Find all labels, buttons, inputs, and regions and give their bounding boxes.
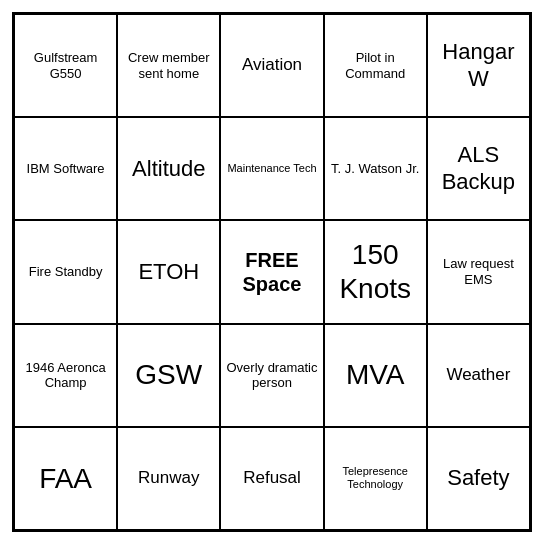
- bingo-cell-3: Pilot in Command: [324, 14, 427, 117]
- bingo-cell-0: Gulfstream G550: [14, 14, 117, 117]
- bingo-cell-18: MVA: [324, 324, 427, 427]
- bingo-cell-12: FREE Space: [220, 220, 323, 323]
- bingo-cell-24: Safety: [427, 427, 530, 530]
- bingo-cell-6: Altitude: [117, 117, 220, 220]
- bingo-cell-13: 150 Knots: [324, 220, 427, 323]
- bingo-cell-11: ETOH: [117, 220, 220, 323]
- bingo-cell-20: FAA: [14, 427, 117, 530]
- bingo-cell-4: Hangar W: [427, 14, 530, 117]
- bingo-cell-1: Crew member sent home: [117, 14, 220, 117]
- bingo-cell-16: GSW: [117, 324, 220, 427]
- bingo-cell-22: Refusal: [220, 427, 323, 530]
- bingo-cell-9: ALS Backup: [427, 117, 530, 220]
- bingo-cell-21: Runway: [117, 427, 220, 530]
- bingo-cell-8: T. J. Watson Jr.: [324, 117, 427, 220]
- bingo-card: Gulfstream G550Crew member sent homeAvia…: [12, 12, 532, 532]
- bingo-cell-19: Weather: [427, 324, 530, 427]
- bingo-cell-7: Maintenance Tech: [220, 117, 323, 220]
- bingo-cell-17: Overly dramatic person: [220, 324, 323, 427]
- bingo-cell-2: Aviation: [220, 14, 323, 117]
- bingo-cell-23: Telepresence Technology: [324, 427, 427, 530]
- bingo-cell-14: Law request EMS: [427, 220, 530, 323]
- bingo-cell-15: 1946 Aeronca Champ: [14, 324, 117, 427]
- bingo-cell-5: IBM Software: [14, 117, 117, 220]
- bingo-cell-10: Fire Standby: [14, 220, 117, 323]
